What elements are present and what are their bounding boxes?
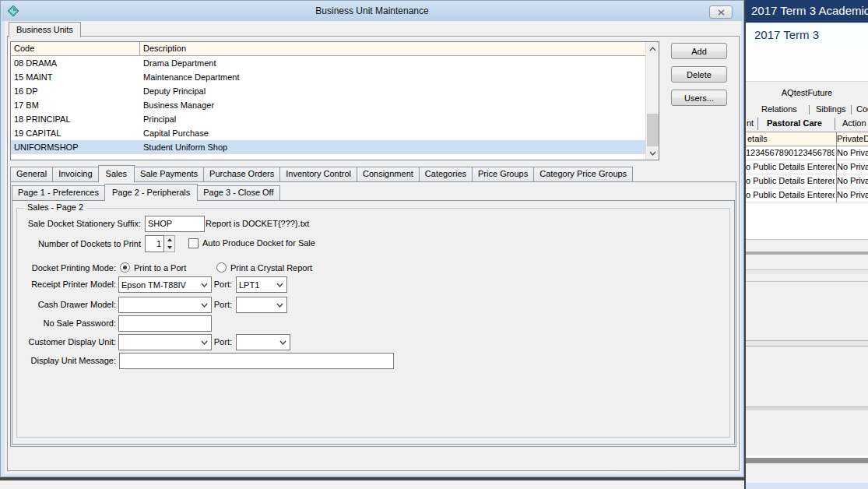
table-row[interactable]: o Public Details Entered No Priva — [746, 160, 868, 174]
dialog-title: Business Unit Maintenance — [2, 5, 743, 16]
cell-code: 19 CAPITAL — [11, 126, 140, 140]
table-row[interactable]: 16 DPDeputy Principal — [11, 84, 659, 98]
grid-header-details: etails — [746, 132, 835, 146]
tab-pastoral-care[interactable]: Pastoral Care — [767, 118, 822, 128]
tab-invoicing[interactable]: Invoicing — [52, 167, 98, 181]
background-panel — [746, 347, 868, 406]
divider — [757, 118, 758, 130]
tab-categories[interactable]: Categories — [419, 167, 473, 181]
add-button[interactable]: Add — [671, 43, 727, 59]
tab-purchase-orders[interactable]: Purchase Orders — [203, 167, 280, 181]
display-message-input[interactable] — [119, 353, 394, 369]
stepper-value[interactable]: 1 — [145, 235, 164, 252]
receipt-printer-label: Receipt Printer Model: — [12, 276, 116, 293]
users-button[interactable]: Users... — [671, 90, 727, 106]
chevron-down-icon — [276, 303, 283, 308]
tab-consignment[interactable]: Consignment — [357, 167, 420, 181]
tab-page1-preferences[interactable]: Page 1 - Preferences — [12, 185, 105, 200]
receipt-port-label: Port: — [192, 276, 232, 293]
delete-button[interactable]: Delete — [671, 66, 727, 83]
table-row[interactable]: 18 PRINCIPALPrincipal — [11, 112, 659, 126]
receipt-port-select[interactable]: LPT1 — [236, 276, 287, 293]
background-panel — [746, 202, 868, 239]
tab-codes[interactable]: Codes — [856, 104, 868, 114]
chevron-down-icon — [649, 151, 656, 156]
background-panel — [746, 282, 868, 340]
background-panel — [746, 410, 868, 456]
tab-sale-payments[interactable]: Sale Payments — [134, 167, 204, 181]
divider — [746, 458, 868, 463]
tab-page2-peripherals[interactable]: Page 2 - Peripherals — [104, 184, 198, 201]
cell: 1234567890123456789 — [746, 146, 835, 160]
dialog-client-area: Business Units Code Description 08 DRAMA… — [5, 21, 741, 474]
table-row[interactable]: 1234567890123456789 No Priva — [746, 146, 868, 160]
cash-port-label: Port: — [192, 297, 232, 313]
tab-page3-close-off[interactable]: Page 3 - Close Off — [197, 185, 279, 200]
suffix-input[interactable]: SHOP — [145, 216, 205, 232]
tab-business-units[interactable]: Business Units — [9, 22, 81, 37]
background-grid-header: etails PrivateD — [746, 132, 868, 146]
background-panel — [746, 46, 868, 81]
table-row[interactable]: 15 MAINTMaintenance Department — [11, 70, 659, 84]
table-row[interactable]: 17 BMBusiness Manager — [11, 98, 659, 112]
table-row[interactable]: o Public Details Entered No Priva — [746, 174, 868, 188]
cell-code: 15 MAINT — [11, 70, 140, 84]
background-panel — [746, 255, 868, 270]
background-panel — [746, 274, 868, 282]
radio-print-to-port-label[interactable]: Print to a Port — [134, 262, 186, 273]
table-row[interactable]: 08 DRAMADrama Department — [11, 56, 659, 70]
business-unit-maintenance-dialog: Business Unit Maintenance Business Units… — [0, 0, 744, 477]
radio-print-to-port[interactable] — [120, 262, 130, 273]
business-units-grid: Code Description 08 DRAMADrama Departmen… — [10, 41, 659, 160]
tab-cut[interactable]: nt — [747, 118, 754, 128]
close-icon — [718, 9, 725, 16]
tab-inventory-control[interactable]: Inventory Control — [279, 167, 357, 181]
tab-category-price-groups[interactable]: Category Price Groups — [533, 167, 633, 181]
tab-general[interactable]: General — [10, 167, 53, 181]
cell-description: Deputy Principal — [140, 84, 659, 98]
stepper-down-button[interactable] — [164, 244, 174, 252]
grid-scrollbar[interactable] — [645, 42, 659, 160]
auto-produce-label: Auto Produce Docket for Sale — [202, 238, 315, 248]
display-message-label: Display Unit Message: — [12, 353, 116, 369]
table-row[interactable]: o Public Details Entered No Priva — [746, 188, 868, 202]
display-port-select[interactable] — [236, 334, 290, 350]
table-row-selected[interactable]: UNIFORMSHOPStudent Uniform Shop — [11, 140, 659, 154]
radio-print-crystal-report[interactable] — [216, 262, 227, 273]
tab-siblings[interactable]: Siblings — [816, 104, 846, 114]
auto-produce-checkbox[interactable] — [188, 238, 199, 248]
grid-header-code[interactable]: Code — [11, 42, 140, 55]
table-row[interactable]: 19 CAPITALCapital Purchase — [11, 126, 659, 140]
cell-description: Student Uniform Shop — [140, 140, 659, 154]
dialog-titlebar[interactable]: Business Unit Maintenance — [2, 2, 743, 21]
background-panel — [746, 239, 868, 252]
cell-description: Business Manager — [140, 98, 659, 112]
cell-description: Capital Purchase — [140, 126, 659, 140]
background-window-titlebar[interactable]: 2017 Term 3 Academic — [746, 0, 868, 23]
report-note: Report is DOCKET{???}.txt — [206, 216, 309, 232]
suffix-label: Sale Docket Stationery Suffix: — [12, 216, 141, 232]
no-sale-password-input[interactable] — [118, 315, 212, 332]
tab-action[interactable]: Action — [842, 118, 866, 128]
grid-header-description[interactable]: Description — [140, 42, 659, 55]
customer-display-label: Customer Display Unit: — [12, 334, 116, 350]
scrollbar-thumb[interactable] — [647, 114, 659, 146]
sales-subtab-strip: Page 1 - Preferences Page 2 - Peripheral… — [12, 184, 279, 201]
cell: No Priva — [835, 174, 868, 188]
tab-relations[interactable]: Relations — [761, 104, 797, 114]
background-panel — [746, 483, 868, 489]
tab-price-groups[interactable]: Price Groups — [472, 167, 534, 181]
scroll-up-button[interactable] — [646, 42, 659, 55]
cash-port-select[interactable] — [236, 297, 287, 313]
divider — [746, 340, 868, 347]
triangle-up-icon — [167, 238, 172, 241]
tab-sales[interactable]: Sales — [98, 165, 135, 182]
cell-code: 16 DP — [11, 84, 140, 98]
chevron-down-icon — [279, 340, 286, 345]
close-button[interactable] — [709, 5, 733, 19]
scroll-down-button[interactable] — [646, 146, 659, 160]
radio-print-crystal-report-label[interactable]: Print a Crystal Report — [230, 262, 312, 273]
cell: No Priva — [835, 188, 868, 202]
dockets-count-stepper[interactable]: 1 — [145, 235, 175, 252]
stepper-up-button[interactable] — [164, 236, 174, 244]
